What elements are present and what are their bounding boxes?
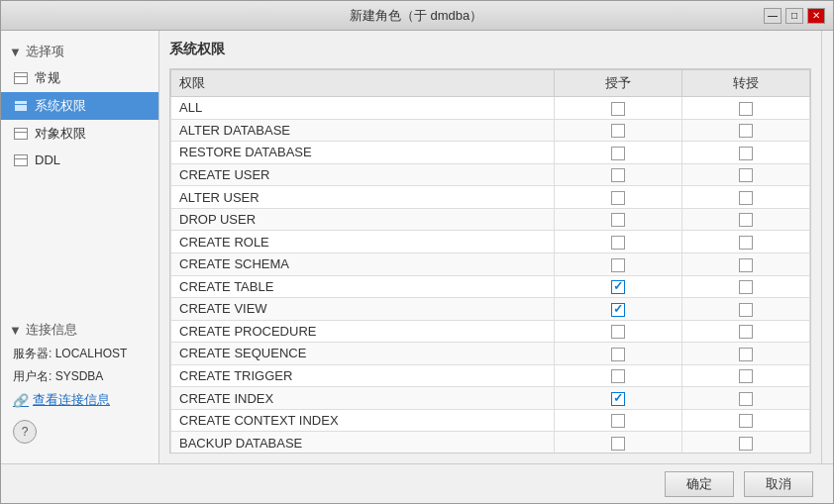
cancel-button[interactable]: 取消 (744, 471, 813, 497)
scrollbar[interactable] (821, 31, 833, 463)
transfer-checkbox[interactable] (739, 348, 753, 361)
grant-cell (555, 252, 682, 275)
table-row: CREATE USER (171, 163, 810, 186)
transfer-checkbox[interactable] (739, 191, 753, 205)
transfer-checkbox[interactable] (739, 236, 753, 250)
main-window: 新建角色（于 dmdba） — □ ✕ ▼ 选择项 常规 系统权限 (0, 0, 834, 504)
minimize-button[interactable]: — (764, 8, 782, 24)
transfer-cell (682, 142, 810, 164)
footer: 确定 取消 (1, 463, 833, 503)
grant-cell (555, 387, 682, 410)
transfer-checkbox[interactable] (739, 280, 753, 294)
table-row: BACKUP DATABASE (171, 432, 810, 454)
table-row: CREATE VIEW (171, 298, 810, 321)
grant-cell (555, 231, 682, 253)
perm-name-cell: CREATE CONTEXT INDEX (171, 409, 555, 432)
window-controls: — □ ✕ (764, 8, 825, 24)
transfer-checkbox[interactable] (739, 124, 753, 138)
content-area: ▼ 选择项 常规 系统权限 对象权限 DDL (1, 31, 833, 463)
grant-cell (555, 320, 682, 343)
transfer-checkbox[interactable] (739, 414, 753, 428)
transfer-checkbox[interactable] (739, 303, 753, 317)
grant-checkbox[interactable] (611, 236, 625, 250)
permissions-table-container[interactable]: 权限 授予 转授 ALLALTER DATABASERESTORE DATABA… (169, 68, 811, 454)
perm-name-cell: RESTORE DATABASE (171, 142, 555, 164)
table-row: CREATE TRIGGER (171, 364, 810, 387)
connection-section-title: ▼ 连接信息 (9, 317, 151, 343)
transfer-cell (682, 387, 810, 410)
grant-cell (555, 298, 682, 321)
transfer-checkbox[interactable] (739, 258, 753, 272)
grant-checkbox[interactable] (611, 191, 625, 205)
confirm-button[interactable]: 确定 (665, 471, 734, 497)
view-connection-link[interactable]: 🔗 查看连接信息 (9, 388, 151, 412)
col-header-perm: 权限 (171, 70, 555, 97)
transfer-cell (682, 409, 810, 432)
grant-checkbox[interactable] (611, 303, 625, 317)
table-row: ALTER USER (171, 186, 810, 209)
perm-name-cell: BACKUP DATABASE (171, 432, 555, 454)
sidebar-section-title: ▼ 选择项 (1, 39, 158, 64)
grant-checkbox[interactable] (611, 392, 625, 406)
transfer-checkbox[interactable] (739, 147, 753, 160)
perm-name-cell: CREATE ROLE (171, 231, 555, 253)
sidebar-item-sysperm[interactable]: 系统权限 (1, 92, 158, 120)
perm-name-cell: ALL (171, 97, 555, 120)
grant-checkbox[interactable] (611, 280, 625, 294)
grant-checkbox[interactable] (611, 325, 625, 339)
transfer-checkbox[interactable] (739, 213, 753, 227)
transfer-cell (682, 163, 810, 186)
grant-checkbox[interactable] (611, 102, 625, 116)
transfer-cell (682, 275, 810, 298)
perm-name-cell: CREATE SCHEMA (171, 252, 555, 275)
transfer-cell (682, 231, 810, 253)
transfer-checkbox[interactable] (739, 325, 753, 339)
server-info: 服务器: LOCALHOST (9, 343, 151, 365)
grant-cell (555, 409, 682, 432)
help-button[interactable]: ? (13, 420, 37, 444)
general-icon (13, 71, 29, 85)
grant-checkbox[interactable] (611, 414, 625, 428)
sidebar-item-general[interactable]: 常规 (1, 64, 158, 92)
transfer-checkbox[interactable] (739, 102, 753, 116)
sidebar-nav: ▼ 选择项 常规 系统权限 对象权限 DDL (1, 39, 158, 172)
grant-checkbox[interactable] (611, 147, 625, 160)
table-row: CREATE INDEX (171, 387, 810, 410)
transfer-checkbox[interactable] (739, 392, 753, 406)
transfer-cell (682, 320, 810, 343)
grant-checkbox[interactable] (611, 437, 625, 451)
table-row: CREATE ROLE (171, 231, 810, 253)
grant-checkbox[interactable] (611, 124, 625, 138)
grant-checkbox[interactable] (611, 348, 625, 361)
maximize-button[interactable]: □ (785, 8, 803, 24)
conn-arrow-icon: ▼ (9, 323, 22, 338)
table-row: ALTER DATABASE (171, 119, 810, 142)
grant-checkbox[interactable] (611, 369, 625, 383)
transfer-cell (682, 208, 810, 231)
grant-checkbox[interactable] (611, 168, 625, 182)
grant-checkbox[interactable] (611, 258, 625, 272)
grant-cell (555, 142, 682, 164)
grant-cell (555, 432, 682, 454)
sidebar-item-ddl[interactable]: DDL (1, 148, 158, 172)
sidebar-bottom: ▼ 连接信息 服务器: LOCALHOST 用户名: SYSDBA 🔗 查看连接… (1, 309, 158, 455)
table-row: CREATE SCHEMA (171, 252, 810, 275)
ddl-icon (13, 153, 29, 167)
perm-name-cell: ALTER USER (171, 186, 555, 209)
transfer-checkbox[interactable] (739, 437, 753, 451)
perm-name-cell: CREATE USER (171, 163, 555, 186)
transfer-cell (682, 298, 810, 321)
transfer-cell (682, 97, 810, 120)
transfer-cell (682, 432, 810, 454)
permissions-table: 权限 授予 转授 ALLALTER DATABASERESTORE DATABA… (170, 69, 810, 454)
transfer-checkbox[interactable] (739, 168, 753, 182)
transfer-checkbox[interactable] (739, 369, 753, 383)
transfer-cell (682, 364, 810, 387)
close-button[interactable]: ✕ (807, 8, 825, 24)
arrow-icon: ▼ (9, 45, 22, 59)
main-panel: 系统权限 权限 授予 转授 ALLALTER DATABASERESTORE D… (159, 31, 821, 463)
grant-checkbox[interactable] (611, 213, 625, 227)
sidebar-item-objperm[interactable]: 对象权限 (1, 120, 158, 148)
table-row: DROP USER (171, 208, 810, 231)
table-row: ALL (171, 97, 810, 120)
